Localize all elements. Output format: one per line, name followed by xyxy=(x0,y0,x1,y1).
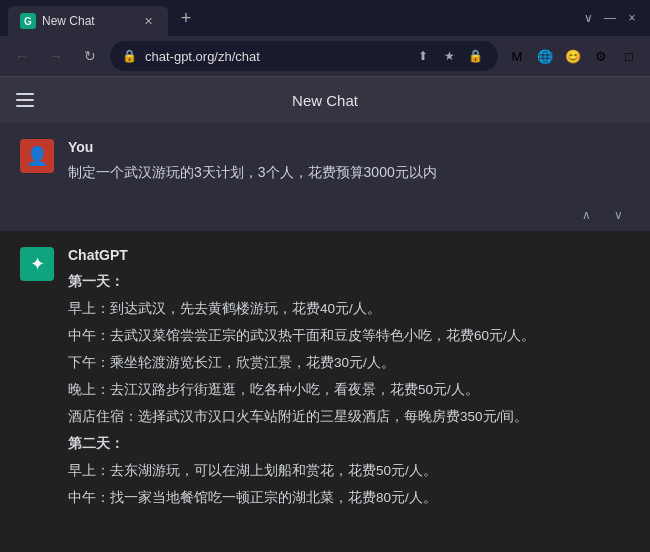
hamburger-line-3 xyxy=(16,105,34,107)
day1-hotel: 酒店住宿：选择武汉市汉口火车站附近的三星级酒店，每晚房费350元/间。 xyxy=(68,406,630,429)
scroll-indicator: ∧ ∨ xyxy=(0,199,650,231)
tab-favicon: G xyxy=(20,13,36,29)
scroll-down-button[interactable]: ∨ xyxy=(606,203,630,227)
back-button[interactable]: ← xyxy=(8,42,36,70)
app-header: New Chat xyxy=(0,77,650,123)
url-text: chat-gpt.org/zh/chat xyxy=(145,49,404,64)
day1-morning: 早上：到达武汉，先去黄鹤楼游玩，花费40元/人。 xyxy=(68,298,630,321)
window-controls: ∨ — × xyxy=(578,8,642,28)
user-message-content: You 制定一个武汉游玩的3天计划，3个人，花费预算3000元以内 xyxy=(68,139,630,183)
lock-icon: 🔒 xyxy=(122,49,137,63)
browser-chrome: G New Chat ✕ + ∨ — × ← → ↻ 🔒 chat-gpt.or… xyxy=(0,0,650,77)
day1-noon: 中午：去武汉菜馆尝尝正宗的武汉热干面和豆皮等特色小吃，花费60元/人。 xyxy=(68,325,630,348)
gpt-message: ✦ ChatGPT 第一天： 早上：到达武汉，先去黄鹤楼游玩，花费40元/人。 … xyxy=(0,231,650,529)
day1-afternoon: 下午：乘坐轮渡游览长江，欣赏江景，花费30元/人。 xyxy=(68,352,630,375)
app-header-title: New Chat xyxy=(292,92,358,109)
extension-icons: M 🌐 😊 ⚙ □ xyxy=(504,43,642,69)
tab-bar: G New Chat ✕ + ∨ — × xyxy=(0,0,650,36)
day2-title: 第二天： xyxy=(68,433,630,456)
address-bar[interactable]: 🔒 chat-gpt.org/zh/chat ⬆ ★ 🔒 xyxy=(110,41,498,71)
more-ext-icon[interactable]: □ xyxy=(616,43,642,69)
scroll-up-button[interactable]: ∧ xyxy=(574,203,598,227)
new-tab-button[interactable]: + xyxy=(172,4,200,32)
maximize-button[interactable]: — xyxy=(600,8,620,28)
hamburger-line-2 xyxy=(16,99,34,101)
tab-title-text: New Chat xyxy=(42,14,134,28)
tab-close-button[interactable]: ✕ xyxy=(140,13,156,29)
minimize-button[interactable]: ∨ xyxy=(578,8,598,28)
day1-title: 第一天： xyxy=(68,271,630,294)
address-actions: ⬆ ★ 🔒 xyxy=(412,45,486,67)
extensions-icon[interactable]: 🔒 xyxy=(464,45,486,67)
gpt-name: ChatGPT xyxy=(68,247,630,263)
user-name: You xyxy=(68,139,630,155)
app-container: New Chat 👤 You 制定一个武汉游玩的3天计划，3个人，花费预算300… xyxy=(0,77,650,552)
hamburger-line-1 xyxy=(16,93,34,95)
day2-morning: 早上：去东湖游玩，可以在湖上划船和赏花，花费50元/人。 xyxy=(68,460,630,483)
reload-button[interactable]: ↻ xyxy=(76,42,104,70)
gpt-message-text: 第一天： 早上：到达武汉，先去黄鹤楼游玩，花费40元/人。 中午：去武汉菜馆尝尝… xyxy=(68,271,630,509)
gpt-message-content: ChatGPT 第一天： 早上：到达武汉，先去黄鹤楼游玩，花费40元/人。 中午… xyxy=(68,247,630,513)
nav-bar: ← → ↻ 🔒 chat-gpt.org/zh/chat ⬆ ★ 🔒 M 🌐 😊… xyxy=(0,36,650,76)
user-avatar-icon: 👤 xyxy=(26,145,48,167)
user-message: 👤 You 制定一个武汉游玩的3天计划，3个人，花费预算3000元以内 xyxy=(0,123,650,199)
hamburger-button[interactable] xyxy=(16,84,48,116)
chat-area[interactable]: 👤 You 制定一个武汉游玩的3天计划，3个人，花费预算3000元以内 ∧ ∨ … xyxy=(0,123,650,552)
emoji-ext-icon[interactable]: 😊 xyxy=(560,43,586,69)
bookmark-icon[interactable]: ★ xyxy=(438,45,460,67)
day1-evening: 晚上：去江汉路步行街逛逛，吃各种小吃，看夜景，花费50元/人。 xyxy=(68,379,630,402)
share-icon[interactable]: ⬆ xyxy=(412,45,434,67)
close-window-button[interactable]: × xyxy=(622,8,642,28)
gpt-avatar-icon: ✦ xyxy=(30,253,45,275)
gpt-avatar: ✦ xyxy=(20,247,54,281)
gmail-ext-icon[interactable]: M xyxy=(504,43,530,69)
user-message-text: 制定一个武汉游玩的3天计划，3个人，花费预算3000元以内 xyxy=(68,161,630,183)
settings-ext-icon[interactable]: ⚙ xyxy=(588,43,614,69)
translate-ext-icon[interactable]: 🌐 xyxy=(532,43,558,69)
user-avatar: 👤 xyxy=(20,139,54,173)
day2-noon: 中午：找一家当地餐馆吃一顿正宗的湖北菜，花费80元/人。 xyxy=(68,487,630,510)
active-tab[interactable]: G New Chat ✕ xyxy=(8,6,168,36)
forward-button[interactable]: → xyxy=(42,42,70,70)
